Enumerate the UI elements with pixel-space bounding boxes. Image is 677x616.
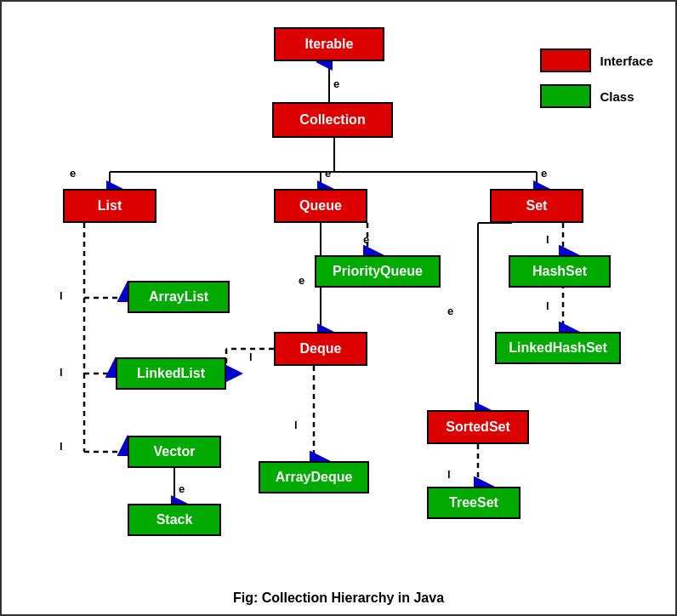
legend-class-box <box>540 84 591 108</box>
label-e-vector-stack: e <box>179 482 185 495</box>
node-sortedset: SortedSet <box>427 410 529 444</box>
legend: Interface Class <box>540 48 653 108</box>
node-arraylist: ArrayList <box>128 281 230 313</box>
node-queue: Queue <box>274 189 367 223</box>
node-priorityqueue: PriorityQueue <box>315 255 441 288</box>
label-e-queue-priorityqueue: e <box>363 233 369 246</box>
node-treeset: TreeSet <box>427 487 521 519</box>
legend-interface-label: Interface <box>600 54 653 68</box>
label-e-collection-list: e <box>70 167 76 180</box>
legend-interface-box <box>540 48 591 72</box>
label-e-iterable-collection: e <box>333 77 339 90</box>
fig-caption: Fig: Collection Hierarchy in Java <box>2 590 675 606</box>
diagram-area: Iterable Collection List Queue Set Array… <box>2 2 677 589</box>
label-l-deque-arraydeque: l <box>294 419 298 431</box>
legend-class: Class <box>540 84 653 108</box>
label-l-sortedset-treeset: l <box>447 468 451 481</box>
label-l-list-vector: l <box>60 440 63 453</box>
label-l-deque-linkedlist: l <box>249 351 253 363</box>
legend-interface: Interface <box>540 48 653 72</box>
main-container: Iterable Collection List Queue Set Array… <box>0 0 677 616</box>
label-l-set-linkedhashset: l <box>546 299 549 312</box>
label-l-set-hashset: l <box>546 233 549 246</box>
label-e-collection-queue: e <box>325 167 331 180</box>
label-e-set-sortedset: e <box>447 305 453 317</box>
node-vector: Vector <box>128 436 221 468</box>
label-l-list-arraylist: l <box>60 289 63 302</box>
label-e-collection-set: e <box>541 167 547 180</box>
label-e-queue-deque: e <box>299 274 304 287</box>
node-stack: Stack <box>128 504 221 536</box>
node-collection: Collection <box>272 102 393 138</box>
node-iterable: Iterable <box>274 27 384 61</box>
node-linkedhashset: LinkedHashSet <box>495 332 621 364</box>
node-arraydeque: ArrayDeque <box>259 461 369 493</box>
legend-class-label: Class <box>600 89 634 104</box>
node-set: Set <box>490 189 583 223</box>
node-list: List <box>63 189 156 223</box>
label-l-list-linkedlist: l <box>60 366 63 379</box>
node-linkedlist: LinkedList <box>116 357 226 390</box>
node-deque: Deque <box>274 332 367 366</box>
node-hashset: HashSet <box>509 255 611 288</box>
